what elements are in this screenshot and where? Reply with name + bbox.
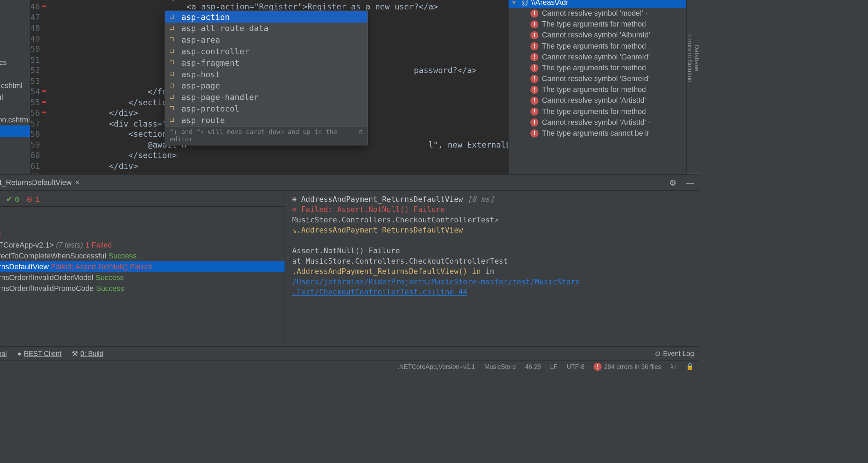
fail-count: ⊖ 1 — [26, 194, 40, 203]
tree-item[interactable]: ▸Scripts — [0, 10, 30, 22]
error-group[interactable]: ▾@\\Areas\Adr — [509, 0, 686, 8]
tool-tab[interactable]: ⚒ 0: Build — [72, 349, 103, 357]
errors-panel: Errors In Solution ⚙ — ⚗ ⏸ ⚠ ⊘ ◉ ▼ ⊞ ▸@\… — [508, 0, 686, 174]
error-item[interactable]: !The type arguments for method — [509, 19, 686, 29]
tree-item[interactable]: ▸ViewModels — [0, 22, 30, 34]
unit-tests-panel: Unit Tests: Explorer ⊖ AddressAndPayment… — [0, 174, 699, 346]
test-row[interactable]: ▾⊖ test (7 tests) 1 Failed — [0, 218, 285, 228]
tree-item[interactable]: @_ExternalLoginsListPartial.cs — [0, 57, 30, 68]
status-encoding[interactable]: UTF-8 — [567, 363, 584, 370]
solution-tree: ▸ForTesting▸Models▸Pages▸Scripts▸ViewMod… — [0, 0, 30, 174]
autocomplete-item[interactable]: asp-action — [165, 11, 367, 23]
autocomplete-item[interactable]: asp-protocol — [165, 103, 367, 114]
error-item[interactable]: !Cannot resolve symbol 'ArtistId' · — [509, 117, 686, 128]
lock-icon[interactable]: 🔒 — [686, 363, 694, 370]
error-item[interactable]: !Cannot resolve symbol 'GenreId' — [509, 51, 686, 62]
unit-tests-tree-panel: ▶ ⏩ ↻ ⚑ ■ ⚙ ◷ ⧉ 🔒 ⊙ 7 ✔ 6 ⊖ 1 ▾⊖ MusicSt… — [0, 191, 285, 346]
status-caret-pos[interactable]: 46:28 — [525, 363, 541, 370]
test-row[interactable]: ▾⊖ CheckoutControllerTest <.NETCoreApp-v… — [0, 240, 285, 250]
status-framework[interactable]: .NETCoreApp,Version=v2.1 — [397, 363, 475, 370]
error-item[interactable]: !The type arguments for method — [509, 41, 686, 51]
error-item[interactable]: !Cannot resolve symbol 'AlbumId' — [509, 29, 686, 40]
test-row[interactable]: ✔ AddressAndPayment_ReturnsOrderIfInvali… — [0, 283, 285, 294]
tree-item[interactable]: @Register.cshtml — [0, 137, 30, 148]
autocomplete-item[interactable]: asp-page — [165, 80, 367, 92]
autocomplete-item[interactable]: asp-controller — [165, 45, 367, 57]
test-row[interactable]: ▾⊖ MusicStore (7 tests) 1 Failed (Finish… — [0, 207, 285, 218]
autocomplete-item[interactable]: asp-area — [165, 34, 367, 46]
unit-tests-tabs: Unit Tests: Explorer ⊖ AddressAndPayment… — [0, 174, 699, 191]
error-item[interactable]: !The type arguments for method — [509, 84, 686, 95]
tree-item[interactable]: @ExternalLoginFailure.cshtml — [0, 91, 30, 102]
tool-tab[interactable]: ● REST Client — [17, 349, 61, 357]
explorer-panel: ▣ Solution ▾ ⊕ ÷ ⚙ — ◎ ⇵ ▣ ▢ ▸ForTesting… — [0, 0, 30, 174]
test-row[interactable]: ⊖ AddressAndPayment_ReturnsDefaultView F… — [0, 261, 285, 272]
unit-tests-tree: ▾⊖ MusicStore (7 tests) 1 Failed (Finish… — [0, 207, 285, 346]
inspector-icon[interactable]: λ↑ — [671, 363, 677, 370]
status-line-sep[interactable]: LF — [550, 363, 558, 370]
right-tool-strip: Errors in SolutionDatabase — [686, 0, 699, 174]
autocomplete-popup[interactable]: asp-actionasp-all-route-dataasp-areaasp-… — [165, 10, 368, 145]
unit-tests-output[interactable]: ⊖ AddressAndPayment_ReturnsDefaultView [… — [285, 191, 699, 346]
test-row[interactable]: ✔ AddressAndPayment_ReturnsOrderIfInvali… — [0, 272, 285, 283]
close-icon[interactable]: × — [75, 178, 79, 187]
tree-item[interactable]: @ConfirmEmail.cshtml — [0, 68, 30, 79]
error-item[interactable]: !Cannot resolve symbol 'ArtistId' — [509, 95, 686, 106]
error-item[interactable]: !The type arguments cannot be ir — [509, 128, 686, 138]
error-item[interactable]: !Cannot resolve symbol 'GenreId' — [509, 73, 686, 84]
gear-icon[interactable]: ⚙ — [669, 178, 677, 187]
code-editor[interactable]: 4243444546474849505152535455565758596061… — [30, 0, 508, 174]
tool-window-bar: 🔍 3: Find☰ 6: TODO✔ Unit Tests▣ Terminal… — [0, 346, 699, 360]
autocomplete-item[interactable]: asp-route — [165, 114, 367, 126]
editor-area: C#Login.cshtmlC#CheckoutControllerTest.c… — [30, 0, 508, 174]
test-row[interactable]: ▾⊖ MusicStore.Test (7 tests) 1 Failed — [0, 229, 285, 240]
tool-strip-item[interactable]: Errors in Solution — [687, 0, 694, 174]
pass-count: ✔ 6 — [6, 194, 20, 203]
autocomplete-item[interactable]: asp-all-route-data — [165, 23, 367, 34]
error-item[interactable]: !The type arguments for method — [509, 106, 686, 117]
tree-item[interactable]: ▸Pages — [0, 0, 30, 10]
autocomplete-item[interactable]: asp-page-handler — [165, 92, 367, 103]
tree-item[interactable]: ▾Views — [0, 34, 30, 45]
status-bar: .NETCoreApp,Version=v2.1 MusicStore 46:2… — [0, 360, 699, 372]
tool-strip-item[interactable]: Database — [693, 0, 700, 174]
status-errors[interactable]: !284 errors in 36 files — [594, 363, 661, 371]
error-item[interactable]: !The type arguments for method — [509, 62, 686, 73]
autocomplete-item[interactable]: asp-host — [165, 69, 367, 80]
tree-item[interactable]: @Login.cshtml — [0, 125, 30, 137]
hide-icon[interactable]: — — [686, 178, 694, 187]
tree-item[interactable]: ▾Account — [0, 45, 30, 57]
status-project[interactable]: MusicStore — [484, 363, 516, 370]
autocomplete-item[interactable]: asp-fragment — [165, 57, 367, 69]
tab-session[interactable]: ⊖ AddressAndPayment_ReturnsDefaultView × — [0, 177, 85, 188]
tool-tab[interactable]: ▣ Terminal — [0, 349, 7, 357]
tree-item[interactable]: @ForgotPasswordConfirmation.cshtml — [0, 114, 30, 126]
tree-item[interactable]: @ForgotPassword.cshtml — [0, 102, 30, 114]
tree-item[interactable]: @ExternalLoginConfirmation.cshtml — [0, 79, 30, 91]
line-gutter: 4243444546474849505152535455565758596061… — [30, 0, 47, 174]
unit-tests-toolbar: ▶ ⏩ ↻ ⚑ ■ ⚙ ◷ ⧉ 🔒 ⊙ 7 ✔ 6 ⊖ 1 — [0, 191, 285, 207]
test-row[interactable]: ✔ AddressAndPayment_RedirectToCompleteWh… — [0, 250, 285, 261]
error-item[interactable]: !Cannot resolve symbol 'model' · — [509, 8, 686, 19]
event-log-button[interactable]: ⊙ Event Log — [655, 349, 694, 357]
errors-list: ▸@\\Areas\Adr▸@\\Areas\Adr▾@\\Areas\Adr!… — [509, 0, 686, 174]
